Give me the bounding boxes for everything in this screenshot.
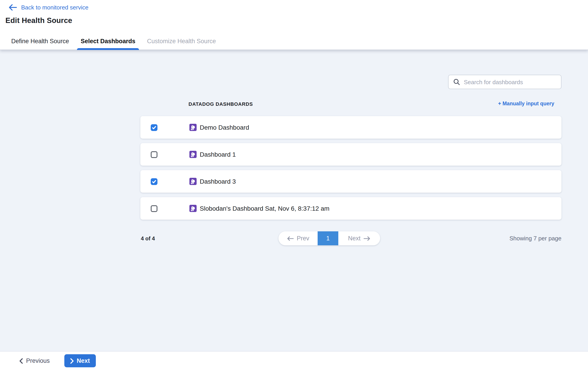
pagination-prev-button[interactable]: Prev [278, 231, 318, 245]
tab-select-dashboards[interactable]: Select Dashboards [77, 33, 139, 50]
dashboard-name-cell: Slobodan's Dashboard Sat, Nov 6, 8:37:12… [189, 205, 330, 212]
pagination-next-button[interactable]: Next [338, 231, 380, 245]
arrow-left-icon [287, 236, 294, 240]
tab-customize-health-source[interactable]: Customize Health Source [144, 33, 220, 50]
dashboard-name: Demo Dashboard [200, 124, 249, 131]
datadog-icon [189, 151, 197, 158]
dashboard-checkbox[interactable] [151, 178, 158, 185]
tab-bar: Define Health Source Select Dashboards C… [8, 33, 224, 50]
dashboard-name-cell: Demo Dashboard [189, 124, 249, 131]
dashboard-row[interactable]: Slobodan's Dashboard Sat, Nov 6, 8:37:12… [140, 197, 561, 220]
dashboard-name-cell: Dashboard 1 [189, 151, 236, 158]
page: Back to monitored service Edit Health So… [0, 0, 588, 370]
dashboard-row[interactable]: Demo Dashboard [140, 116, 561, 139]
search-input[interactable] [460, 78, 561, 85]
chevron-left-icon [19, 358, 23, 363]
chevron-right-icon [70, 358, 74, 363]
dashboard-row[interactable]: Dashboard 3 [140, 170, 561, 193]
next-button[interactable]: Next [64, 354, 96, 367]
dashboard-checkbox[interactable] [151, 205, 158, 212]
footer-bar: Previous Next [0, 351, 588, 370]
page-title: Edit Health Source [5, 16, 72, 25]
pagination-row: 4 of 4 Prev 1 Next Showing 7 per page [140, 231, 561, 245]
dashboard-row[interactable]: Dashboard 1 [140, 143, 561, 166]
next-button-label: Next [77, 357, 90, 364]
pagination-next-label: Next [348, 235, 361, 242]
result-count: 4 of 4 [141, 235, 155, 242]
content-area: DATADOG DASHBOARDS + Manually input quer… [0, 50, 588, 351]
pagination-page-1[interactable]: 1 [318, 231, 338, 245]
dashboard-name-cell: Dashboard 3 [189, 178, 236, 185]
per-page-label: Showing 7 per page [510, 235, 561, 242]
dashboard-name: Dashboard 3 [200, 178, 236, 185]
back-arrow-icon[interactable] [9, 4, 17, 11]
datadog-icon [189, 124, 197, 131]
check-icon [152, 125, 157, 130]
dashboard-list: DATADOG DASHBOARDS + Manually input quer… [140, 101, 561, 224]
dashboard-checkbox[interactable] [151, 151, 158, 158]
check-icon [152, 179, 157, 184]
pagination-prev-label: Prev [297, 235, 309, 242]
search-icon [453, 78, 460, 86]
datadog-icon [189, 205, 197, 212]
back-row: Back to monitored service [9, 4, 88, 11]
dashboard-checkbox[interactable] [151, 124, 158, 131]
tab-define-health-source[interactable]: Define Health Source [8, 33, 73, 50]
pagination: Prev 1 Next [278, 231, 380, 245]
manually-input-query-link[interactable]: + Manually input query [498, 101, 554, 106]
arrow-right-icon [364, 236, 370, 240]
back-link[interactable]: Back to monitored service [21, 4, 88, 11]
list-column-header: DATADOG DASHBOARDS [189, 101, 253, 107]
dashboard-name: Dashboard 1 [200, 151, 236, 158]
previous-button-label: Previous [26, 357, 50, 364]
datadog-icon [189, 178, 197, 185]
search-box[interactable] [448, 75, 561, 89]
previous-button[interactable]: Previous [19, 357, 50, 364]
page-header: Back to monitored service Edit Health So… [0, 0, 588, 50]
list-header-row: DATADOG DASHBOARDS + Manually input quer… [140, 101, 561, 108]
dashboard-name: Slobodan's Dashboard Sat, Nov 6, 8:37:12… [200, 205, 330, 212]
